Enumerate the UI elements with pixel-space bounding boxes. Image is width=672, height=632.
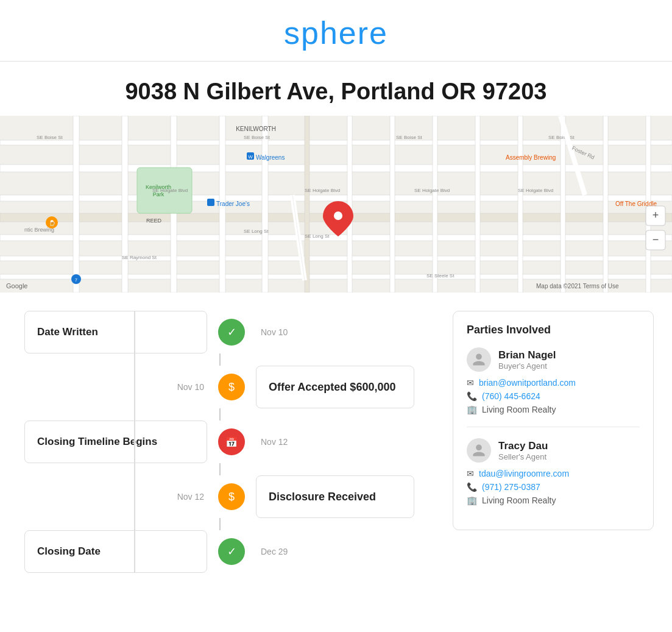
contact-company-tracy: 🏢 Living Room Realty <box>467 495 640 505</box>
connector-2 <box>219 408 221 421</box>
svg-rect-14 <box>347 116 352 293</box>
property-address: 9038 N Gilbert Ave, Portland OR 97203 <box>12 79 660 105</box>
svg-rect-8 <box>73 116 79 293</box>
agent-role-brian: Buyer's Agent <box>498 361 556 371</box>
svg-rect-17 <box>475 116 480 293</box>
avatar-tracy <box>467 438 491 463</box>
svg-text:Assembly Brewing: Assembly Brewing <box>506 154 556 161</box>
offer-date-label: Nov 10 <box>24 382 204 392</box>
svg-text:SE Long St: SE Long St <box>305 233 330 239</box>
agent-name-tracy: Tracy Dau <box>498 440 548 452</box>
svg-text:SE Boise St: SE Boise St <box>548 135 575 140</box>
timeline-section: Date Written ✓ Nov 10 Nov 10 $ Offer Acc… <box>24 311 434 573</box>
svg-text:SE Holgate Blvd: SE Holgate Blvd <box>152 188 188 193</box>
svg-text:W: W <box>248 154 253 160</box>
svg-rect-15 <box>390 116 395 293</box>
building-icon-tracy: 🏢 <box>467 495 477 505</box>
closing-date-box: Closing Date <box>24 530 207 573</box>
connector-3 <box>219 463 221 475</box>
svg-rect-6 <box>0 274 672 279</box>
timeline-row-closing-timeline: Closing Timeline Begins 📅 Nov 12 <box>24 421 434 463</box>
node-closing-date: ✓ <box>218 538 245 565</box>
phone-link-brian[interactable]: (760) 445-6624 <box>482 391 540 401</box>
svg-text:REED: REED <box>146 218 162 224</box>
phone-icon-tracy: 📞 <box>467 482 477 492</box>
svg-rect-31 <box>207 199 214 206</box>
agent-name-brian: Brian Nagel <box>498 349 556 361</box>
svg-text:−: − <box>653 233 659 246</box>
email-icon-tracy: ✉ <box>467 469 474 478</box>
main-content: Date Written ✓ Nov 10 Nov 10 $ Offer Acc… <box>0 293 672 591</box>
property-map: Kenilworth Park KENILWORTH REED Walgreen… <box>0 116 672 293</box>
svg-text:Google: Google <box>6 282 27 289</box>
party-item-buyer-agent: Brian Nagel Buyer's Agent ✉ brian@ownitp… <box>467 347 640 414</box>
svg-rect-12 <box>262 116 268 293</box>
checkmark-icon-2: ✓ <box>227 545 236 558</box>
avatar-brian <box>467 347 491 372</box>
svg-text:Walgreens: Walgreens <box>256 154 285 161</box>
disclosure-row: Nov 12 $ Disclosure Received <box>24 475 434 518</box>
offer-accepted-box: Offer Accepted $600,000 <box>256 366 414 408</box>
svg-text:🍺: 🍺 <box>49 219 56 227</box>
agent-role-tracy: Seller's Agent <box>498 452 548 461</box>
svg-rect-19 <box>561 116 565 293</box>
svg-rect-1 <box>0 165 672 172</box>
date-written-box: Date Written <box>24 311 207 353</box>
party-item-seller-agent: Tracy Dau Seller's Agent ✉ tdau@livingro… <box>467 427 640 505</box>
svg-rect-4 <box>0 235 672 241</box>
party-header-tracy: Tracy Dau Seller's Agent <box>467 438 640 463</box>
svg-text:SE Holgate Blvd: SE Holgate Blvd <box>518 188 553 193</box>
svg-text:SE Boise St: SE Boise St <box>244 135 270 140</box>
phone-icon-brian: 📞 <box>467 391 477 401</box>
email-link-brian[interactable]: brian@ownitportland.com <box>479 378 576 388</box>
svg-text:SE Steele St: SE Steele St <box>426 273 454 279</box>
svg-text:+: + <box>653 209 659 221</box>
timeline-line <box>134 311 135 573</box>
svg-text:SE Holgate Blvd: SE Holgate Blvd <box>305 188 340 193</box>
node-date-written: ✓ <box>218 319 245 346</box>
svg-text:SE Raymond St: SE Raymond St <box>122 255 157 260</box>
timeline-row-date-written: Date Written ✓ Nov 10 <box>24 311 434 353</box>
disclosure-box: Disclosure Received <box>256 475 414 518</box>
node-disclosure: $ <box>218 483 245 510</box>
email-link-tracy[interactable]: tdau@livingroomre.com <box>479 469 569 478</box>
svg-rect-13 <box>305 116 309 293</box>
node-closing-timeline: 📅 <box>218 428 245 455</box>
svg-text:Trader Joe's: Trader Joe's <box>216 201 250 207</box>
parties-panel: Parties Involved Brian Nagel Buyer's Age… <box>453 311 654 530</box>
contact-email-tracy: ✉ tdau@livingroomre.com <box>467 469 640 478</box>
offer-date-row: Nov 10 $ Offer Accepted $600,000 <box>24 366 434 408</box>
checkmark-icon: ✓ <box>227 325 236 339</box>
connector-4 <box>219 518 221 530</box>
svg-text:7: 7 <box>75 278 77 282</box>
closing-timeline-box: Closing Timeline Begins <box>24 421 207 463</box>
svg-text:Map data ©2021  Terms of Use: Map data ©2021 Terms of Use <box>536 283 619 289</box>
connector-1 <box>219 353 221 366</box>
svg-rect-16 <box>433 116 437 293</box>
company-brian: Living Room Realty <box>482 405 556 414</box>
svg-rect-18 <box>518 116 523 293</box>
building-icon-brian: 🏢 <box>467 405 477 414</box>
svg-text:SE Holgate Blvd: SE Holgate Blvd <box>414 188 450 193</box>
party-header-brian: Brian Nagel Buyer's Agent <box>467 347 640 372</box>
phone-link-tracy[interactable]: (971) 275-0387 <box>482 482 540 492</box>
dollar-icon-2: $ <box>228 491 235 503</box>
address-section: 9038 N Gilbert Ave, Portland OR 97203 <box>0 62 672 116</box>
svg-rect-5 <box>0 256 672 261</box>
date-written-date: Nov 10 <box>261 327 288 337</box>
node-offer: $ <box>218 374 245 400</box>
timeline-row-closing-date: Closing Date ✓ Dec 29 <box>24 530 434 573</box>
svg-text:ntic Brewing: ntic Brewing <box>24 227 54 233</box>
svg-text:SE Long St: SE Long St <box>244 229 269 234</box>
app-logo: sphere <box>284 15 388 51</box>
svg-rect-9 <box>122 116 128 293</box>
contact-company-brian: 🏢 Living Room Realty <box>467 405 640 414</box>
email-icon-brian: ✉ <box>467 378 474 388</box>
parties-title: Parties Involved <box>467 324 640 336</box>
calendar-icon: 📅 <box>225 436 238 448</box>
svg-rect-2 <box>0 195 672 201</box>
svg-text:KENILWORTH: KENILWORTH <box>236 126 276 132</box>
company-tracy: Living Room Realty <box>482 495 556 505</box>
svg-text:SE Boise St: SE Boise St <box>396 135 422 140</box>
svg-text:SE Boise St: SE Boise St <box>37 135 63 140</box>
